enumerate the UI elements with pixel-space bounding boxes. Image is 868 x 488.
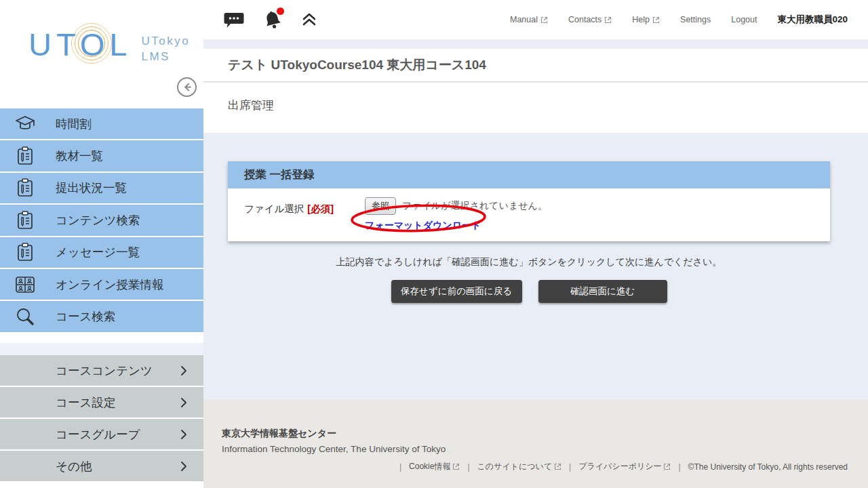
logo-text: UTOL [28,28,132,60]
about-site-link[interactable]: このサイトについて [477,461,562,472]
sidebar-item-course-contents[interactable]: コースコンテンツ [0,355,203,387]
help-link[interactable]: Help [632,15,660,24]
format-download-link[interactable]: フォーマットダウンロード [365,220,481,232]
footer-separator: | [569,462,571,472]
chevron-right-icon [180,397,187,408]
chat-bubble-icon [224,11,244,29]
external-link-icon [604,16,612,24]
back-without-saving-button[interactable]: 保存せずに前の画面に戻る [391,280,522,303]
page-title: 出席管理 [228,99,274,112]
section-title-bar: 出席管理 [203,83,868,133]
contacts-link[interactable]: Contacts [568,15,612,24]
online-class-icon [13,275,37,294]
sidebar-item-label: 提出状況一覧 [56,180,127,196]
privacy-policy-link[interactable]: プライバシーポリシー [578,461,671,472]
footer-separator: | [678,462,680,472]
cookie-info-link[interactable]: Cookie情報 [409,461,460,472]
sidebar-item-label: メッセージ一覧 [56,244,140,260]
topbar: Manual Contacts Help Settings Logout 東大用… [203,0,868,39]
logo-subtitle-line1: UTokyo [142,35,191,47]
external-link-icon [452,463,460,470]
external-link-icon [652,16,660,24]
footer-org-ja: 東京大学情報基盤センター [222,428,848,440]
external-link-icon [540,16,548,24]
logout-link-label: Logout [731,15,757,24]
logo-subtitle-line2: LMS [142,50,170,63]
notification-dot [277,7,284,15]
settings-link-label: Settings [680,15,711,24]
current-user-label[interactable]: 東大用教職員020 [777,14,848,26]
chevron-right-icon [180,461,187,472]
sidebar-item-others[interactable]: その他 [0,451,203,483]
action-buttons-row: 保存せずに前の画面に戻る 確認画面に進む [228,280,830,303]
submission-status-icon [13,178,37,198]
copyright-text: ©The University of Tokyo, All rights res… [688,462,848,472]
sidebar-item-label: コースコンテンツ [56,363,180,379]
sidebar-item-messages[interactable]: メッセージ一覧 [0,237,203,269]
cookie-info-link-label: Cookie情報 [409,461,450,472]
sidebar-item-label: 時間割 [56,116,92,132]
sidebar-item-label: コース検索 [56,308,115,325]
panel-header: 授業 一括登録 [228,161,830,188]
sidebar-course-menu: コースコンテンツ コース設定 コースグループ その他 [0,355,203,483]
course-title-bar: テスト UTokyoCourse104 東大用コース104 [203,49,868,82]
manual-link-label: Manual [510,15,538,24]
file-select-label: ファイル選択[必須] [244,197,365,232]
external-link-icon [663,463,671,470]
footer-org-en: Information Technology Center, The Unive… [222,444,848,454]
notifications-button[interactable] [262,9,283,30]
content-search-icon [13,210,37,230]
double-chevron-up-icon [301,12,317,27]
about-site-link-label: このサイトについて [477,461,553,472]
logout-link[interactable]: Logout [731,15,757,24]
sidebar-item-label: コースグループ [56,426,180,443]
sidebar-item-materials[interactable]: 教材一覧 [0,140,203,172]
sidebar-main-menu: 時間割 教材一覧 提出状況一覧 コンテンツ検索 メッセージ一覧 [0,108,203,333]
sidebar-section-divider [0,343,203,355]
arrow-left-icon [182,82,192,92]
bulk-registration-panel: 授業 一括登録 ファイル選択[必須] 参照 ファイルが選択されていません。 フォ… [228,161,830,241]
file-select-label-text: ファイル選択 [244,203,304,214]
browse-file-button[interactable]: 参照 [365,197,396,215]
sidebar-item-label: 教材一覧 [56,148,103,164]
manual-link[interactable]: Manual [510,15,548,24]
chevron-right-icon [180,429,187,440]
collapse-topbar-button[interactable] [301,12,317,27]
footer-separator: | [467,462,469,472]
sidebar-item-submission-status[interactable]: 提出状況一覧 [0,173,203,205]
sidebar-item-label: コース設定 [56,394,180,411]
privacy-policy-link-label: プライバシーポリシー [578,461,661,472]
panel-header-title: 授業 一括登録 [244,167,315,182]
message-list-icon [13,242,37,262]
course-title: テスト UTokyoCourse104 東大用コース104 [228,56,486,74]
sidebar-item-course-group[interactable]: コースグループ [0,419,203,451]
help-link-label: Help [632,15,650,24]
proceed-to-confirm-button[interactable]: 確認画面に進む [538,280,667,303]
sidebar-item-label: オンライン授業情報 [56,277,164,293]
course-search-icon [13,306,37,327]
sidebar-item-content-search[interactable]: コンテンツ検索 [0,205,203,237]
sidebar-item-course-settings[interactable]: コース設定 [0,387,203,419]
utol-logo[interactable]: UTOL UTokyo LMS [28,28,190,65]
footer-links-row: | Cookie情報 | このサイトについて | プライバシーポリシー | ©T… [222,461,848,472]
confirm-instruction-text: 上記内容でよろしければ「確認画面に進む」ボタンをクリックして次に進んでください。 [228,256,830,268]
materials-list-icon [13,146,37,166]
settings-link[interactable]: Settings [680,15,711,24]
sidebar-item-online-class[interactable]: オンライン授業情報 [0,269,203,301]
panel-body: ファイル選択[必須] 参照 ファイルが選択されていません。 フォーマットダウンロ… [228,188,830,241]
file-input-zone: 参照 ファイルが選択されていません。 フォーマットダウンロード [365,197,547,232]
sidebar-item-label: コンテンツ検索 [56,212,140,228]
external-link-icon [554,463,561,470]
required-badge: [必須] [307,203,334,214]
sidebar-collapse-button[interactable] [177,77,197,97]
footer-separator: | [399,462,401,472]
logo-subtitle: UTokyo LMS [142,34,191,65]
sidebar-item-label: その他 [56,458,180,474]
sidebar-item-timetable[interactable]: 時間割 [0,108,203,140]
sidebar: UTOL UTokyo LMS 時間割 教材一覧 提出状況一覧 [0,0,203,488]
chevron-right-icon [180,365,187,376]
footer: 東京大学情報基盤センター Information Technology Cent… [203,400,868,488]
sidebar-item-course-search[interactable]: コース検索 [0,301,203,333]
messages-button[interactable] [224,11,244,29]
graduation-cap-icon [13,115,37,134]
